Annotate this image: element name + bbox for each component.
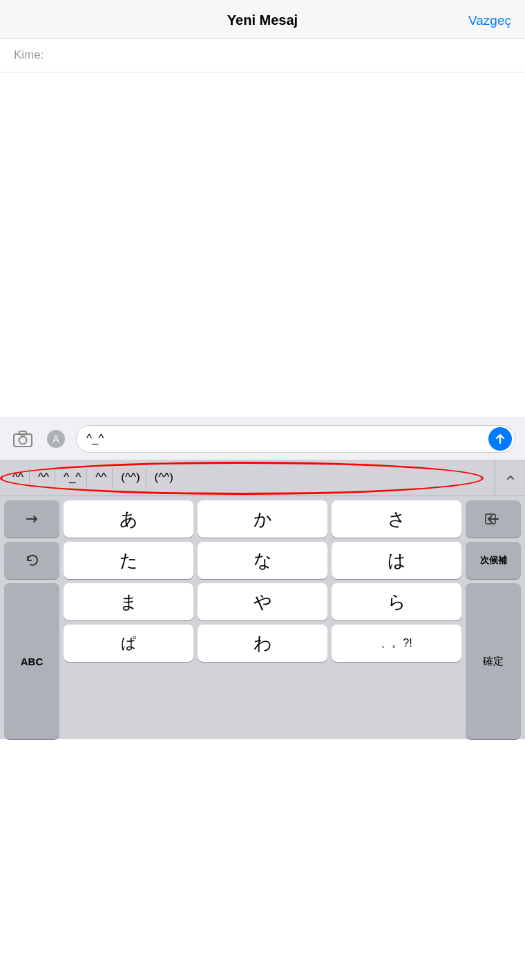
- autocomplete-items: ^^ ^^ ^_^ ^^ (^^) (^^): [0, 462, 495, 493]
- to-input[interactable]: [49, 48, 511, 62]
- autocomplete-item[interactable]: ^^: [7, 468, 30, 487]
- svg-rect-2: [19, 431, 26, 435]
- appstore-button[interactable]: A: [43, 426, 69, 452]
- message-input-wrap: [76, 425, 515, 453]
- key-a[interactable]: あ: [64, 500, 193, 538]
- key-arrow[interactable]: [4, 500, 59, 538]
- keyboard-bottom: ABC ま や ら ぱ わ 、。?! 確定: [0, 579, 525, 739]
- svg-point-1: [19, 437, 27, 444]
- key-ra[interactable]: ら: [332, 583, 461, 620]
- autocomplete-expand-button[interactable]: [495, 460, 525, 496]
- keyboard-row-2: た な は 次候補: [0, 538, 525, 579]
- autocomplete-item[interactable]: (^^): [115, 468, 146, 487]
- message-body[interactable]: [0, 72, 525, 418]
- autocomplete-row: ^^ ^^ ^_^ ^^ (^^) (^^): [0, 460, 525, 496]
- key-delete[interactable]: [466, 500, 521, 538]
- key-ma[interactable]: ま: [64, 583, 193, 620]
- key-wa[interactable]: わ: [198, 625, 327, 662]
- key-ya[interactable]: や: [198, 583, 327, 620]
- key-confirm[interactable]: 確定: [466, 583, 521, 739]
- autocomplete-item[interactable]: ^^: [90, 468, 113, 487]
- key-abc[interactable]: ABC: [4, 583, 59, 739]
- cancel-button[interactable]: Vazgeç: [468, 13, 511, 28]
- message-input[interactable]: [76, 425, 515, 453]
- key-ka[interactable]: か: [198, 500, 327, 538]
- autocomplete-item[interactable]: ^^: [32, 468, 55, 487]
- key-ta[interactable]: た: [64, 542, 193, 579]
- to-field-row: Kime:: [0, 39, 525, 72]
- autocomplete-bar: ^^ ^^ ^_^ ^^ (^^) (^^): [0, 460, 525, 496]
- key-undo[interactable]: [4, 542, 59, 579]
- header: Yeni Mesaj Vazgeç: [0, 0, 525, 39]
- kana-grid: ま や ら ぱ わ 、。?!: [64, 583, 461, 739]
- key-pa[interactable]: ぱ: [64, 625, 193, 662]
- svg-text:A: A: [52, 433, 59, 444]
- key-na[interactable]: な: [198, 542, 327, 579]
- key-next-candidate[interactable]: 次候補: [466, 542, 521, 579]
- camera-button[interactable]: [10, 426, 36, 452]
- key-punctuation[interactable]: 、。?!: [332, 625, 461, 662]
- keyboard: あ か さ た な は 次候補 ABC ま や ら ぱ: [0, 496, 525, 739]
- to-label: Kime:: [14, 48, 44, 62]
- toolbar: A: [0, 418, 525, 460]
- autocomplete-item[interactable]: (^^): [149, 468, 179, 487]
- autocomplete-item[interactable]: ^_^: [58, 468, 87, 487]
- page-title: Yeni Mesaj: [227, 12, 298, 28]
- key-ha[interactable]: は: [332, 542, 461, 579]
- key-sa[interactable]: さ: [332, 500, 461, 538]
- keyboard-row-1: あ か さ: [0, 496, 525, 538]
- send-button[interactable]: [488, 427, 512, 451]
